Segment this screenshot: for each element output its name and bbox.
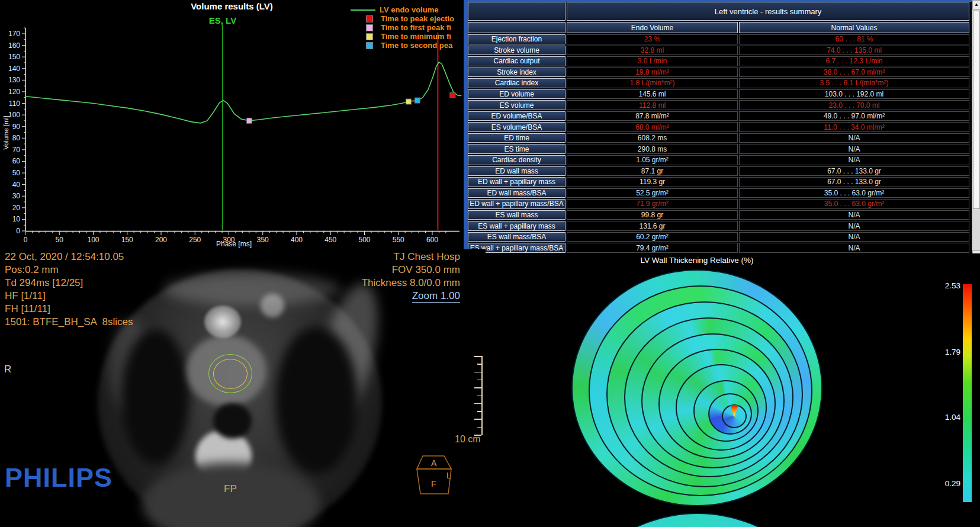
row-normal: 103.0 . . . 192.0 ml [739,89,969,99]
svg-text:160: 160 [8,41,20,50]
colorbar [963,284,972,502]
bullseye-ring-partial [561,513,834,527]
row-label: Cardiac density [468,155,565,165]
y-axis-label: Volume [ml] [2,109,9,156]
mri-viewport[interactable]: 22 Oct, 2020 / 12:54:10.05Pos:0.2 mmTd 2… [0,249,486,527]
row-label: ES time [468,144,565,154]
legend-label: Time to second pea [381,41,452,50]
legend-square-swatch [366,24,373,31]
row-value: 131.6 gr [567,221,738,231]
svg-text:50: 50 [12,169,21,177]
row-normal: 11.0 . . . 34.0 ml/m² [739,122,969,132]
row-label: ED time [468,133,565,143]
row-value: 32.8 ml [567,46,738,56]
row-normal: 67.0 . . . 133.0 gr [739,177,969,187]
scan-info-line: Pos:0.2 mm [5,264,133,277]
row-value: 87.1 gr [567,166,738,176]
row-label: ED wall mass/BSA [468,188,565,198]
svg-text:150: 150 [8,53,20,61]
scan-info-line: Td 294ms [12/25] [5,277,133,290]
bullseye-title: LV Wall Thickening Relative (%) [579,256,815,265]
row-value: 60.2 gr/m² [567,232,738,242]
svg-text:90: 90 [12,123,21,131]
scan-info-line: HF [1/11] [5,290,133,303]
table-scrollbar[interactable]: ▲ ▼ [972,0,980,261]
legend-label: LV endo volume [380,5,438,14]
svg-text:80: 80 [12,134,21,142]
row-normal: 38.0 . . . 67.0 ml/m² [739,68,969,78]
scroll-up-button[interactable]: ▲ [972,0,980,9]
row-value: 68.0 ml/m² [567,122,738,132]
scrollbar-thumb[interactable] [973,11,980,209]
legend-label: Time to peak ejectio [381,14,454,23]
row-label: Cardiac output [468,56,565,66]
scan-info-line: Thickness 8.0/0.0 mm [362,277,460,290]
results-table-panel: Left ventricle - results summaryEndo Vol… [468,2,971,255]
row-value: 99.8 gr [567,210,738,220]
scan-info-right: TJ Chest HospFOV 350.0 mmThickness 8.0/0… [362,250,460,290]
legend-item: LV endo volume [351,5,462,14]
row-label: ES wall mass/BSA [468,232,565,242]
chart-legend: LV endo volumeTime to peak ejectioTime t… [351,5,462,50]
svg-text:100: 100 [8,111,20,119]
scan-info-line: FH [11/11] [5,303,133,316]
row-value: 112.8 ml [567,100,738,110]
ruler-label: 10 cm [455,433,481,446]
row-value: 23 % [567,34,738,44]
column-header-endo: Endo Volume [567,22,738,33]
panel-divider [464,0,468,250]
row-value: 608.2 ms [567,133,738,143]
legend-square-swatch [366,42,373,49]
endo-contour [213,359,248,389]
scan-info-line: FOV 350.0 mm [362,264,460,277]
colorbar-tick-label: 1.79 [930,348,960,356]
x-axis-label: Phase [ms] [0,240,464,248]
row-value: 1.8 L/(min*m²) [567,78,738,88]
row-label: Stroke volume [468,46,565,56]
workstation-screen: 0102030405060708090100110120130140150160… [0,0,980,527]
row-value: 79.4 gr/m² [567,243,738,253]
svg-text:30: 30 [12,192,21,200]
row-normal: N/A [739,221,969,231]
zoom-link[interactable]: Zoom 1.00 [412,290,460,303]
cube-right-label: L [446,471,451,480]
colorbar-tick-label: 0.29 [930,479,960,488]
cube-front-label: F [431,479,436,489]
legend-item: Time to minimum fi [351,32,462,41]
row-value: 290.8 ms [567,144,738,154]
svg-text:130: 130 [8,76,20,84]
lv-results-table: Left ventricle - results summaryEndo Vol… [468,2,971,253]
row-value: 145.6 ml [567,89,738,99]
volume-chart-viewport[interactable]: 0102030405060708090100110120130140150160… [0,0,464,249]
row-label: ED wall + papillary mass/BSA [468,199,565,209]
row-value: 71.9 gr/m² [567,199,738,209]
svg-text:170: 170 [8,30,20,38]
row-label: ES wall + papillary mass [468,221,565,231]
cube-top-label: A [431,458,437,468]
scan-info-left: 22 Oct, 2020 / 12:54:10.05Pos:0.2 mmTd 2… [5,250,133,329]
es-phase-label: ES, LV [199,15,246,25]
row-normal: 35.0 . . . 63.0 gr/m² [739,199,969,209]
svg-text:10: 10 [12,215,21,223]
orientation-cube: A L F [413,450,460,500]
legend-item: Time to second pea [351,41,462,50]
svg-text:20: 20 [12,204,21,212]
row-normal: 60 . . . 81 % [739,34,969,44]
row-normal: 35.0 . . . 63.0 gr/m² [739,188,969,198]
table-title: Left ventricle - results summary [567,2,969,21]
row-label: Ejection fraction [468,34,565,44]
colorbar-tick-label: 2.53 [930,281,960,290]
row-normal: 23.0 . . . 70.0 ml [739,100,969,110]
row-value: 87.8 ml/m² [567,111,738,121]
bullseye-viewport[interactable]: LV Wall Thickening Relative (%) 2.531.79… [486,253,980,527]
legend-line-swatch [351,9,375,11]
table-header-spacer [468,22,565,33]
row-label: ES volume/BSA [468,122,565,132]
row-value: 52.5 gr/m² [567,188,738,198]
row-normal: 67.0 . . . 133.0 gr [739,166,969,176]
svg-text:0: 0 [16,227,20,235]
legend-item: Time to peak ejectio [351,14,462,23]
row-label: ED wall mass [468,166,565,176]
row-normal: N/A [739,155,969,165]
row-normal: 6.7 . . . 12.3 L/min [739,56,969,66]
